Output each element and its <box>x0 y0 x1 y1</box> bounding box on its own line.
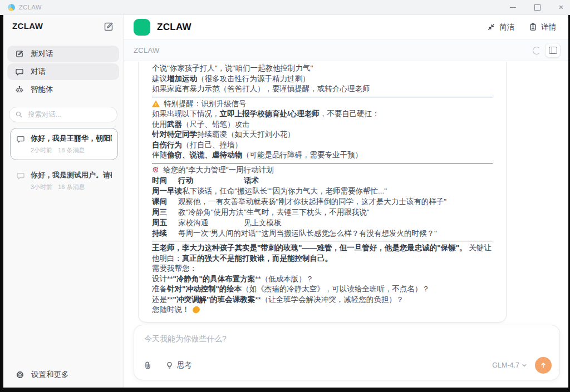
table-cell: 时间 <box>152 175 178 186</box>
app-window: ZCLAW 新对话 <box>3 14 568 388</box>
target-icon <box>152 166 159 173</box>
message-line: 使用武器（尺子、铅笔）攻击 <box>152 120 493 130</box>
table-cell: 每周一次"男人间的对话" <box>178 228 259 239</box>
table-cell: 持续 <box>152 228 178 239</box>
conversation-item[interactable]: 你好，我是测试用户。请确... 3小时前 16 条消息 <box>10 165 118 197</box>
message-line: 需要我帮您： <box>152 264 493 274</box>
composer: 思考 GLM-4.7 <box>134 325 560 380</box>
table-cell: 周一早读 <box>152 186 182 196</box>
message-divider <box>152 97 493 97</box>
minimize-button[interactable] <box>510 7 516 8</box>
table-cell: 周五 <box>152 217 178 228</box>
table-cell: 课间 <box>152 196 178 207</box>
sidebar-item-new-chat[interactable]: 新对话 <box>7 46 119 62</box>
chat-bubble-icon <box>15 67 24 76</box>
toggle-panel-button[interactable] <box>545 43 561 58</box>
message-line: 特别提醒：识别升级信号 <box>152 99 493 110</box>
compact-label: 简洁 <box>499 22 514 32</box>
loading-spinner-icon <box>533 47 540 54</box>
message-line: 如果家庭有暴力示范（爸爸打人），要谨慎提醒，或转介心理老师 <box>152 84 493 95</box>
search-input[interactable] <box>27 110 111 119</box>
conversation-item[interactable]: 你好，我是王丽华，朝阳区... 2小时前 18 条消息 <box>10 128 118 160</box>
brand-logo <box>134 19 150 36</box>
action-plan-table: 时间行动话术周一早读私下谈话，任命"搬运队长""因为你力气大，老师需要你帮忙..… <box>152 175 493 239</box>
sidebar-item-agents[interactable]: 智能体 <box>7 81 119 98</box>
settings-label: 设置和更多 <box>31 370 69 380</box>
message-line: 还是**"冲突调解"的班会课教案**（让全班学会解决冲突，减轻您的负担）？ <box>152 295 493 305</box>
title-bar: ZCLAW × <box>0 0 570 15</box>
sidebar: ZCLAW 新对话 <box>3 14 124 388</box>
message-line: 自伤行为（打自己、撞墙） <box>152 140 493 151</box>
table-row: 周三教"冷静角"使用方法"生气时，去锤三下枕头，不用跟我说" <box>152 207 493 217</box>
table-cell: "这周当搬运队长感觉怎么样？有没有想发火的时候？" <box>259 228 437 239</box>
settings-and-more-button[interactable]: 设置和更多 <box>3 370 124 388</box>
conversation-title: 你好，我是测试用户。请确... <box>31 170 112 180</box>
think-toggle-button[interactable]: 思考 <box>165 360 192 370</box>
window-title: ZCLAW <box>19 4 42 11</box>
table-row: 周一早读私下谈话，任命"搬运队长""因为你力气大，老师需要你帮忙..." <box>152 186 493 196</box>
table-cell: 观察他，一有友善举动就表扬 <box>178 196 276 207</box>
think-label: 思考 <box>177 360 192 370</box>
warning-icon <box>152 101 160 107</box>
sidebar-nav: 新对话 对话 <box>7 46 119 98</box>
conversation-title: 你好，我是王丽华，朝阳区... <box>31 133 112 143</box>
message-line: 如果出现以下情况，立即上报学校德育处/心理老师，不要自己硬扛： <box>152 109 493 120</box>
sidebar-item-label: 对话 <box>31 67 46 77</box>
table-header-row: 时间行动话术 <box>152 175 493 186</box>
main-area: ZCLAW 简洁 <box>124 14 568 388</box>
close-button[interactable]: × <box>559 0 563 14</box>
conversation-count: 18 条消息 <box>58 146 85 155</box>
robot-icon <box>15 85 24 94</box>
sidebar-item-label: 新对话 <box>31 49 53 59</box>
chevron-down-icon <box>522 363 527 368</box>
attach-button[interactable] <box>143 360 153 370</box>
table-cell: 话术 <box>244 175 259 186</box>
message-line: 设计**"冷静角"的具体布置方案**（低成本版）？ <box>152 274 493 285</box>
message-line: 建议增加运动（很多攻击性行为源于精力过剩） <box>152 74 493 85</box>
app-logo-icon <box>8 4 15 11</box>
compact-mode-button[interactable]: 简洁 <box>487 22 514 32</box>
chat-bubble-icon <box>16 135 25 143</box>
clipboard-icon <box>529 23 537 31</box>
chat-bubble-icon <box>16 171 25 180</box>
conversation-time: 2小时前 <box>31 146 52 155</box>
lightbulb-icon <box>165 361 174 370</box>
table-cell: "因为你力气大，老师需要你帮忙..." <box>270 186 387 196</box>
sidebar-item-label: 智能体 <box>31 85 53 95</box>
maximize-button[interactable] <box>534 4 540 11</box>
collapse-icon <box>487 23 495 31</box>
table-cell: 家校沟通 <box>178 217 244 228</box>
model-name: GLM-4.7 <box>492 361 519 369</box>
chat-scroll-area[interactable]: 个说"你家孩子打人"，说"咱们一起教他控制力气"建议增加运动（很多攻击性行为源于… <box>124 62 568 325</box>
compose-icon <box>15 49 24 58</box>
message-line: 个说"你家孩子打人"，说"咱们一起教他控制力气" <box>152 63 493 74</box>
table-cell: 私下谈话，任命"搬运队长" <box>182 186 270 196</box>
detail-label: 详情 <box>541 22 556 32</box>
model-selector[interactable]: GLM-4.7 <box>492 361 527 369</box>
arrow-up-icon <box>539 361 547 369</box>
message-body: 个说"你家孩子打人"，说"咱们一起教他控制力气"建议增加运动（很多攻击性行为源于… <box>152 63 493 315</box>
gear-icon <box>16 370 24 379</box>
detail-mode-button[interactable]: 详情 <box>529 22 556 32</box>
message-divider <box>152 163 493 163</box>
table-cell: 教"冷静角"使用方法 <box>178 207 244 217</box>
table-cell: 周三 <box>152 207 178 217</box>
brand-name: ZCLAW <box>157 22 191 33</box>
conversation-header-title: ZCLAW <box>134 46 160 54</box>
sidebar-title: ZCLAW <box>12 21 43 31</box>
new-chat-compose-button[interactable] <box>103 21 114 32</box>
conversation-header: ZCLAW <box>124 40 568 61</box>
message-input[interactable] <box>143 334 537 344</box>
sidebar-item-chats[interactable]: 对话 <box>7 63 119 80</box>
assistant-message-card: 个说"你家孩子打人"，说"咱们一起教他控制力气"建议增加运动（很多攻击性行为源于… <box>138 62 507 322</box>
muscle-icon <box>191 306 200 314</box>
main-header: ZCLAW 简洁 <box>124 14 568 40</box>
send-button[interactable] <box>535 357 552 374</box>
message-line: 给您的"李大力管理"一周行动计划 <box>152 165 493 176</box>
table-row: 持续每周一次"男人间的对话""这周当搬运队长感觉怎么样？有没有想发火的时候？" <box>152 228 493 239</box>
message-divider <box>152 241 493 241</box>
table-cell: "生气时，去锤三下枕头，不用跟我说" <box>244 207 370 217</box>
table-cell: 行动 <box>178 175 244 186</box>
message-line: 伴随偷窃、说谎、虐待动物（可能是品行障碍，需要专业干预） <box>152 150 493 161</box>
conversation-time: 3小时前 <box>31 183 52 191</box>
